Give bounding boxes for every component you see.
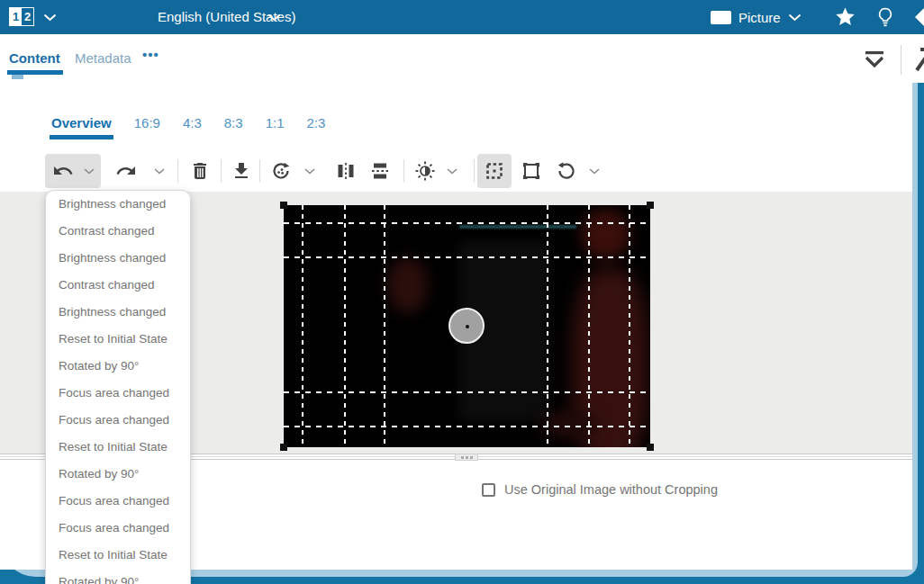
toolbar-divider xyxy=(221,159,222,183)
history-menu-item[interactable]: Brightness changed xyxy=(46,191,190,218)
history-menu-item[interactable]: Focus area changed xyxy=(46,407,190,434)
collapse-icon[interactable] xyxy=(862,49,887,72)
tab-16-9[interactable]: 16:9 xyxy=(132,103,162,139)
grid-line-horizontal xyxy=(284,391,650,393)
history-menu-item[interactable]: Rotated by 90° xyxy=(46,353,190,380)
history-menu-item[interactable]: Focus area changed xyxy=(46,488,190,515)
edge-chevron-left-icon[interactable] xyxy=(915,8,924,26)
tab-4-3[interactable]: 4:3 xyxy=(181,103,204,139)
version-chevron-down-icon[interactable] xyxy=(43,13,57,22)
tab-bar: Content Metadata ••• xyxy=(0,34,924,83)
history-menu-item[interactable]: Focus area changed xyxy=(46,515,190,542)
resize-handle-bottom-left[interactable] xyxy=(280,444,287,451)
grid-line-horizontal xyxy=(284,256,650,258)
reset-rotate-dots-icon[interactable] xyxy=(270,160,292,182)
star-icon[interactable] xyxy=(834,6,856,28)
tab-content[interactable]: Content xyxy=(9,50,60,66)
history-menu-item[interactable]: Brightness changed xyxy=(46,245,190,272)
splitter-grip[interactable] xyxy=(455,454,478,461)
flip-vertical-icon[interactable] xyxy=(369,160,391,182)
redo-chevron-down-icon[interactable] xyxy=(154,168,165,175)
toolbar-divider xyxy=(474,159,475,183)
grid-line-vertical xyxy=(547,205,548,447)
toolbar-divider xyxy=(177,159,178,183)
undo-history-menu: Brightness changed Contrast changed Brig… xyxy=(45,190,191,584)
undo-icon[interactable] xyxy=(52,160,74,182)
photo-red-area xyxy=(540,410,599,439)
photo-teal-line xyxy=(459,225,576,229)
rotate-chevron-down-icon[interactable] xyxy=(589,168,600,175)
grid-line-vertical xyxy=(384,205,385,447)
history-menu-item[interactable]: Brightness changed xyxy=(46,299,190,326)
tab-2-3[interactable]: 2:3 xyxy=(305,103,328,139)
grid-line-vertical xyxy=(302,205,303,447)
version-number-1: 1 xyxy=(10,8,22,25)
toolbar-divider xyxy=(403,159,404,183)
redo-icon[interactable] xyxy=(115,160,137,182)
undo-chevron-down-icon[interactable] xyxy=(84,168,95,175)
history-menu-item[interactable]: Focus area changed xyxy=(46,380,190,407)
rotate-left-icon[interactable] xyxy=(556,160,577,182)
focus-point-handle[interactable] xyxy=(448,308,485,344)
item-type-selector[interactable]: Picture xyxy=(711,0,802,34)
use-original-image-checkbox[interactable] xyxy=(482,483,495,497)
brightness-icon[interactable] xyxy=(414,160,436,182)
tab-1-1[interactable]: 1:1 xyxy=(264,103,286,139)
image-toolbar xyxy=(0,151,912,191)
focus-point-center-dot xyxy=(466,325,469,328)
resize-handle-top-left[interactable] xyxy=(280,202,287,209)
version-number-2: 2 xyxy=(22,8,33,25)
history-menu-item[interactable]: Rotated by 90° xyxy=(46,461,190,488)
history-menu-item[interactable]: Contrast changed xyxy=(46,272,190,299)
ratio-tab-strip: Overview 16:9 4:3 8:3 1:1 2:3 xyxy=(50,103,327,139)
grid-line-horizontal xyxy=(284,426,650,427)
app-header: 1 2 English (United States) Picture xyxy=(0,0,924,34)
use-original-image-option[interactable]: Use Original Image without Cropping xyxy=(482,482,718,497)
tab-scrollbar-thumb[interactable] xyxy=(12,75,23,79)
tabbar-divider xyxy=(901,45,901,75)
flip-horizontal-icon[interactable] xyxy=(335,160,357,182)
grid-line-vertical xyxy=(344,205,346,447)
history-menu-item[interactable]: Reset to Initial State xyxy=(46,326,190,353)
picture-icon xyxy=(711,11,731,24)
trash-icon[interactable] xyxy=(189,160,211,182)
language-chevron-down-icon[interactable] xyxy=(267,13,281,22)
picture-chevron-down-icon xyxy=(788,13,802,22)
tab-overview[interactable]: Overview xyxy=(50,103,113,139)
reset-chevron-down-icon[interactable] xyxy=(304,168,315,175)
version-selector[interactable]: 1 2 xyxy=(9,7,34,26)
lightbulb-icon[interactable] xyxy=(874,6,896,29)
tab-metadata[interactable]: Metadata xyxy=(75,50,131,66)
tab-more[interactable]: ••• xyxy=(142,47,159,62)
history-menu-item[interactable]: Rotated by 90° xyxy=(46,569,190,584)
tab-8-3[interactable]: 8:3 xyxy=(222,103,245,139)
media-editor-app: 1 2 English (United States) Picture Cont… xyxy=(0,0,924,584)
resize-handle-bottom-right[interactable] xyxy=(647,444,654,451)
toolbar-divider xyxy=(259,159,260,183)
history-menu-item[interactable]: Contrast changed xyxy=(46,218,190,245)
focus-grid-icon[interactable] xyxy=(484,160,505,182)
use-original-image-label: Use Original Image without Cropping xyxy=(504,482,718,497)
resize-handle-top-right[interactable] xyxy=(647,202,654,209)
grid-line-horizontal xyxy=(284,222,650,224)
grid-line-vertical xyxy=(629,205,630,447)
download-icon[interactable] xyxy=(231,160,252,182)
brightness-chevron-down-icon[interactable] xyxy=(447,168,457,175)
item-type-label: Picture xyxy=(738,10,781,25)
photo-red-area xyxy=(387,257,428,313)
selection-icon[interactable] xyxy=(521,160,542,182)
grid-line-vertical xyxy=(588,205,590,447)
tools-icon[interactable] xyxy=(913,47,924,72)
image-stage[interactable] xyxy=(284,205,650,447)
history-menu-item[interactable]: Reset to Initial State xyxy=(46,542,190,569)
history-menu-item[interactable]: Reset to Initial State xyxy=(46,434,190,461)
